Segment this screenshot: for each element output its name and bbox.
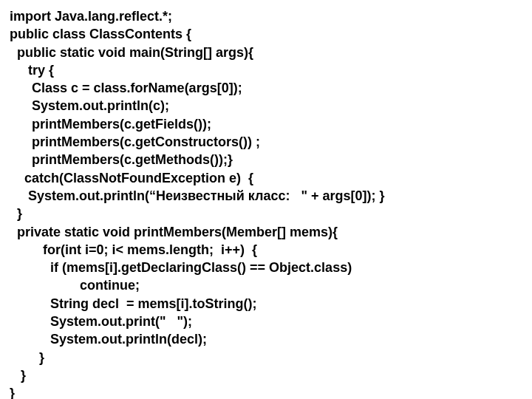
code-line: System.out.println(decl); — [6, 330, 526, 348]
code-line: continue; — [6, 276, 526, 294]
code-line: import Java.lang.reflect.*; — [6, 7, 526, 25]
code-line: } — [6, 349, 526, 366]
code-line: printMembers(c.getMethods());} — [6, 151, 526, 168]
code-line: printMembers(c.getConstructors()) ; — [6, 133, 526, 151]
code-line: System.out.println(“Неизвестный класс: "… — [6, 187, 526, 205]
code-line: private static void printMembers(Member[… — [6, 223, 526, 241]
code-line: System.out.println(c); — [6, 97, 526, 115]
code-line: System.out.print(" "); — [6, 313, 526, 330]
code-line: String decl = mems[i].toString(); — [6, 295, 526, 313]
code-line: catch(ClassNotFoundException e) { — [6, 169, 526, 187]
code-line: printMembers(c.getFields()); — [6, 115, 526, 133]
code-line: } — [6, 205, 526, 222]
code-line: try { — [6, 61, 526, 79]
code-line: public static void main(String[] args){ — [6, 44, 526, 61]
code-line: if (mems[i].getDeclaringClass() == Objec… — [6, 259, 526, 276]
code-line: } — [6, 366, 526, 384]
code-line: public class ClassContents { — [6, 25, 526, 43]
code-line: } — [6, 384, 526, 399]
code-line: Class c = class.forName(args[0]); — [6, 79, 526, 97]
code-line: for(int i=0; i< mems.length; i++) { — [6, 241, 526, 259]
code-block: import Java.lang.reflect.*; public class… — [6, 7, 526, 399]
